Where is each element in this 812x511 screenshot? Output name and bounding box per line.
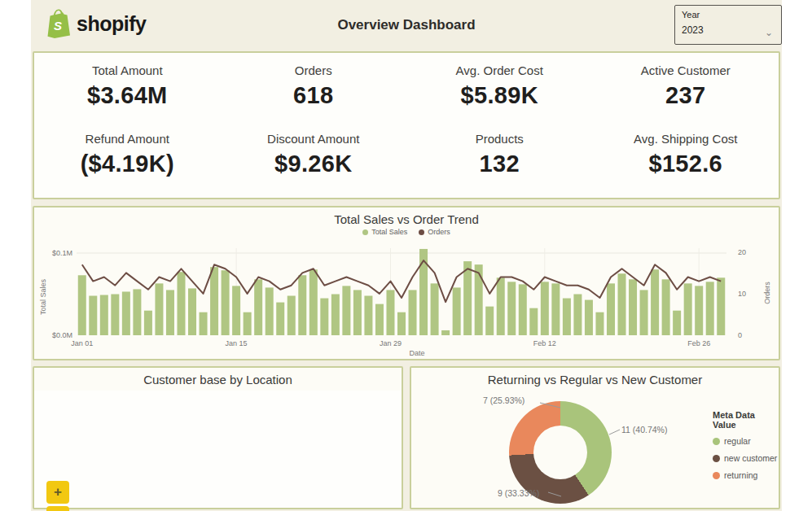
kpi-products: Products 132 [406, 129, 593, 198]
kpi-discount-amount: Discount Amount $9.26K [221, 129, 407, 198]
kpi-value: $9.26K [221, 151, 407, 177]
kpi-label: Active Customer [593, 63, 779, 77]
svg-text:Date: Date [409, 349, 424, 357]
svg-text:Jan 29: Jan 29 [380, 339, 402, 347]
legend-item-returning[interactable]: returning [713, 470, 779, 480]
donut-hole [533, 426, 587, 479]
kpi-avg-order-cost: Avg. Order Cost $5.89K [406, 61, 593, 129]
svg-text:$0.1M: $0.1M [52, 249, 72, 257]
kpi-value: $3.64M [34, 82, 221, 109]
svg-text:Feb 12: Feb 12 [533, 339, 556, 347]
year-filter-value[interactable]: 2023 [682, 24, 775, 36]
page-title: Overview Dashboard [31, 17, 782, 33]
svg-text:10: 10 [738, 290, 746, 298]
svg-text:Total Sales: Total Sales [39, 278, 47, 315]
kpi-total-amount: Total Amount $3.64M [34, 61, 221, 129]
kpi-label: Products [406, 132, 593, 146]
legend-dot-icon [713, 438, 720, 445]
kpi-label: Total Amount [34, 63, 221, 77]
callout-returning: 7 (25.93%) [483, 395, 525, 405]
kpi-label: Avg. Order Cost [406, 63, 593, 77]
kpi-value: 132 [406, 151, 593, 177]
map-title: Customer base by Location [34, 368, 402, 387]
kpi-value: ($4.19K) [34, 151, 221, 177]
kpi-value: $5.89K [406, 82, 593, 109]
svg-text:Feb 26: Feb 26 [687, 339, 710, 347]
donut-title: Returning vs Regular vs New Customer [411, 368, 779, 387]
customer-type-panel: Returning vs Regular vs New Customer 7 (… [410, 366, 780, 509]
legend-label: regular [724, 436, 751, 446]
customer-map-panel: Customer base by Location + − [33, 366, 403, 509]
kpi-label: Refund Amount [34, 132, 221, 146]
kpi-value: $152.6 [593, 151, 779, 177]
svg-text:Orders: Orders [763, 282, 771, 304]
donut-legend: Meta Data Value regular new customer ret… [713, 410, 779, 487]
kpi-panel: Total Amount $3.64M Orders 618 Avg. Orde… [33, 51, 780, 199]
kpi-value: 618 [221, 82, 407, 109]
legend-dot-icon [713, 455, 720, 462]
dashboard-canvas: S shopify Overview Dashboard Year 2023 ⌄… [31, 0, 782, 511]
map-zoom-in-button[interactable]: + [46, 481, 69, 504]
map-zoom-out-button[interactable]: − [46, 506, 69, 511]
legend-label: new customer [724, 453, 777, 463]
kpi-active-customer: Active Customer 237 [593, 61, 779, 129]
legend-item-regular[interactable]: regular [713, 436, 779, 446]
svg-text:0: 0 [738, 331, 742, 339]
svg-text:Jan 01: Jan 01 [71, 339, 93, 347]
donut-legend-title: Meta Data Value [713, 410, 779, 430]
callout-regular: 11 (40.74%) [621, 425, 667, 435]
callout-new-customer: 9 (33.33%) [498, 488, 539, 498]
kpi-label: Discount Amount [221, 132, 407, 146]
svg-text:Jan 15: Jan 15 [226, 339, 248, 347]
kpi-value: 237 [593, 82, 779, 109]
map-area[interactable]: + − [34, 391, 402, 508]
combo-chart-plot[interactable]: $0.0M$0.1M01020Jan 01Jan 15Jan 29Feb 12F… [34, 207, 779, 359]
legend-dot-icon [713, 472, 720, 479]
kpi-avg-shipping-cost: Avg. Shipping Cost $152.6 [593, 129, 779, 198]
kpi-label: Avg. Shipping Cost [593, 132, 779, 146]
svg-text:$0.0M: $0.0M [52, 331, 72, 339]
legend-label: returning [724, 470, 757, 480]
year-filter-label: Year [682, 10, 775, 20]
year-filter-dropdown[interactable]: Year 2023 ⌄ [674, 5, 782, 45]
chevron-down-icon[interactable]: ⌄ [765, 27, 773, 38]
kpi-refund-amount: Refund Amount ($4.19K) [34, 129, 221, 198]
legend-item-new-customer[interactable]: new customer [713, 453, 779, 463]
kpi-grid: Total Amount $3.64M Orders 618 Avg. Orde… [34, 53, 779, 198]
kpi-label: Orders [221, 63, 407, 77]
sales-order-trend-panel: Total Sales vs Order Trend Total Sales O… [33, 206, 780, 360]
svg-text:20: 20 [738, 248, 746, 256]
kpi-orders: Orders 618 [221, 61, 407, 129]
